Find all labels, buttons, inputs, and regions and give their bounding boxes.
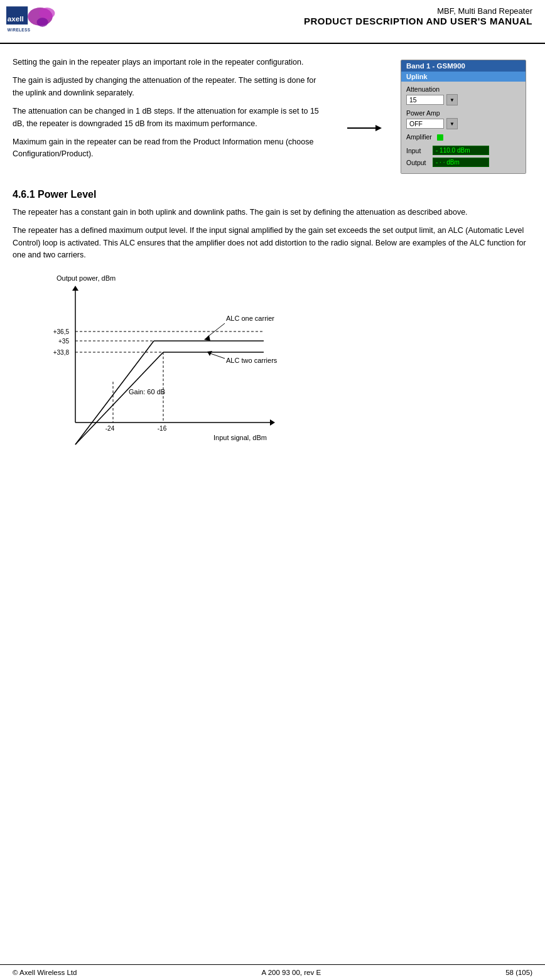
page-header: axell WIRELESS MBF, Multi Band Repeater …	[0, 0, 545, 44]
widget-section: Uplink	[401, 72, 526, 82]
svg-point-2	[39, 8, 55, 19]
svg-marker-30	[204, 335, 210, 341]
svg-line-29	[207, 323, 225, 337]
footer-doc-number: A 200 93 00, rev E	[261, 969, 321, 976]
svg-text:+33,8: +33,8	[53, 349, 70, 356]
amplifier-label: Amplifier	[406, 133, 432, 141]
widget-body: Attenuation 15 ▼ Power Amp OFF ▼ A	[401, 82, 526, 173]
chart-container: Output power, dBm	[31, 274, 345, 462]
chart-svg: +36,5 +35 +33,8 -24 -16 Input signal, dB…	[31, 284, 326, 460]
section-461-para2: The repeater has a defined maximum outpu…	[13, 225, 526, 261]
svg-text:-16: -16	[158, 425, 167, 432]
section-461-heading: 4.6.1 Power Level	[13, 189, 526, 200]
svg-text:WIRELESS: WIRELESS	[8, 28, 31, 32]
attenuation-input-row: 15 ▼	[406, 94, 521, 105]
attenuation-row: Attenuation 15 ▼	[406, 85, 521, 105]
widget-title: Band 1 - GSM900	[401, 60, 526, 72]
page-footer: © Axell Wireless Ltd A 200 93 00, rev E …	[0, 964, 545, 980]
intro-text: Setting the gain in the repeater plays a…	[13, 57, 328, 174]
svg-point-3	[37, 18, 48, 26]
section-461: 4.6.1 Power Level The repeater has a con…	[13, 189, 526, 262]
band-widget: Band 1 - GSM900 Uplink Attenuation 15 ▼ …	[401, 60, 526, 174]
power-amp-label: Power Amp	[406, 109, 521, 117]
footer-page: 58 (105)	[505, 969, 532, 976]
chart-y-label: Output power, dBm	[57, 274, 345, 282]
main-content: Setting the gain in the repeater plays a…	[0, 44, 545, 487]
attenuation-value[interactable]: 15	[406, 95, 444, 105]
svg-text:Input signal, dBm: Input signal, dBm	[213, 434, 267, 441]
svg-marker-33	[207, 351, 212, 356]
footer-copyright: © Axell Wireless Ltd	[13, 969, 77, 976]
svg-marker-11	[270, 419, 275, 426]
arrow-area	[341, 82, 388, 174]
section-461-para1: The repeater has a constant gain in both…	[13, 207, 526, 218]
svg-text:ALC two carriers: ALC two carriers	[226, 357, 278, 364]
svg-text:-24: -24	[105, 425, 115, 432]
intro-para4: Maximum gain in the repeater can be read…	[13, 136, 328, 161]
svg-text:axell: axell	[8, 14, 24, 23]
attenuation-dropdown[interactable]: ▼	[446, 94, 458, 105]
svg-text:Gain: 60 dB: Gain: 60 dB	[129, 388, 165, 396]
amplifier-row: Amplifier	[406, 133, 521, 142]
svg-text:ALC one carrier: ALC one carrier	[226, 315, 274, 322]
power-amp-dropdown[interactable]: ▼	[446, 118, 458, 129]
power-amp-row: Power Amp OFF ▼	[406, 109, 521, 129]
svg-line-12	[75, 352, 163, 444]
amplifier-status-dot	[437, 134, 443, 141]
input-row: Input - 110.0 dBm	[406, 146, 521, 155]
output-row: Output - · · dBm	[406, 158, 521, 167]
output-value: - · · dBm	[433, 158, 489, 167]
intro-para1: Setting the gain in the repeater plays a…	[13, 57, 328, 68]
power-amp-input-row: OFF ▼	[406, 118, 521, 129]
axell-logo: axell WIRELESS	[6, 6, 63, 38]
header-title: PRODUCT DESCRIPTION AND USER'S MANUAL	[304, 16, 532, 26]
logo-area: axell WIRELESS	[6, 6, 63, 38]
header-text: MBF, Multi Band Repeater PRODUCT DESCRIP…	[304, 6, 532, 26]
output-label: Output	[406, 159, 430, 166]
top-section: Setting the gain in the repeater plays a…	[13, 57, 526, 174]
svg-text:+35: +35	[58, 338, 69, 345]
arrow-icon	[347, 122, 382, 134]
intro-para3: The attenuation can be changed in 1 dB s…	[13, 105, 328, 130]
svg-marker-7	[375, 125, 382, 131]
header-subtitle: MBF, Multi Band Repeater	[304, 6, 532, 16]
svg-marker-10	[72, 286, 78, 291]
svg-text:+36,5: +36,5	[53, 328, 70, 335]
svg-line-32	[210, 353, 225, 358]
power-amp-value[interactable]: OFF	[406, 119, 444, 129]
input-value: - 110.0 dBm	[433, 146, 489, 155]
intro-para2: The gain is adjusted by changing the att…	[13, 75, 328, 99]
input-label: Input	[406, 147, 430, 154]
attenuation-label: Attenuation	[406, 85, 521, 93]
